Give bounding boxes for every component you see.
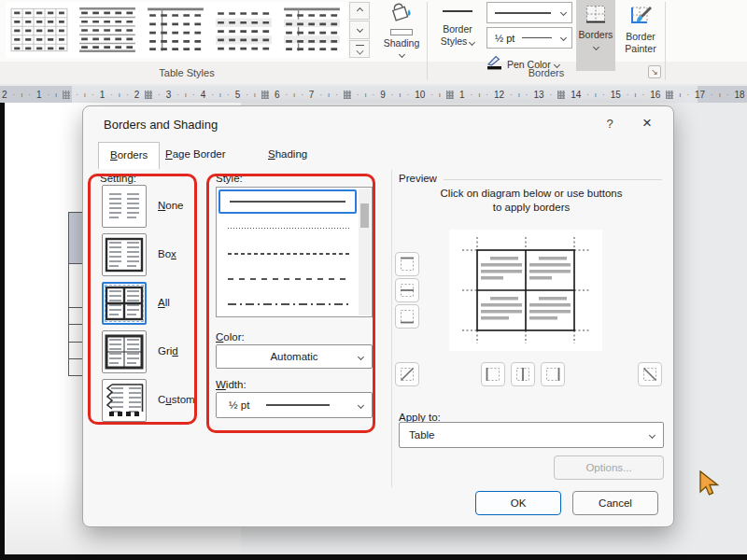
ruler-number: 1: [100, 90, 106, 100]
setting-box-icon: [104, 236, 145, 273]
setting-box-button[interactable]: [102, 233, 147, 276]
ruler-tick: ·: [285, 91, 288, 99]
ruler-tick: ·: [176, 91, 179, 99]
ruler-number: 13: [533, 90, 543, 100]
preview-diagram[interactable]: [449, 230, 602, 351]
setting-all-label[interactable]: All: [158, 297, 210, 308]
ruler-number: 1: [36, 90, 42, 100]
ruler-number: 9: [380, 90, 386, 100]
border-painter-button[interactable]: Border Painter: [616, 0, 665, 75]
style-item-dash-fine[interactable]: [217, 241, 372, 266]
setting-custom-icon: [104, 382, 145, 419]
diagonal-up-border-button[interactable]: [395, 362, 419, 386]
ruler-tick: ı: [254, 91, 256, 99]
ruler-table-marker: [557, 91, 565, 99]
dialog-title: Borders and Shading: [104, 118, 218, 132]
width-dropdown[interactable]: ½ pt: [216, 392, 373, 418]
color-value: Automatic: [270, 351, 317, 362]
style-item-solid[interactable]: [218, 189, 357, 214]
style-list-scrollbar[interactable]: [359, 189, 371, 315]
ruler-number: 10: [415, 90, 425, 100]
apply-to-dropdown[interactable]: Table: [399, 422, 664, 448]
style-item-dash-dot[interactable]: [217, 291, 372, 316]
tab-borders[interactable]: Borders: [98, 142, 160, 169]
inside-horizontal-border-button[interactable]: [395, 278, 419, 302]
right-border-button[interactable]: [541, 362, 565, 386]
chevron-down-icon: [649, 431, 655, 438]
table-style-thumbnail-lines[interactable]: [77, 6, 138, 54]
ruler-number: 15: [611, 90, 621, 100]
ruler-tick: ·: [126, 91, 129, 99]
ruler-number: 1: [459, 90, 465, 100]
borders-button[interactable]: Borders: [576, 0, 615, 71]
setting-grid-label[interactable]: Grid: [158, 345, 210, 357]
setting-none-label[interactable]: None: [158, 200, 210, 211]
ruler-number: 2: [134, 90, 140, 100]
cancel-button[interactable]: Cancel: [572, 491, 658, 515]
table-style-thumbnail-banded[interactable]: [213, 6, 275, 54]
ruler-tick: ·: [391, 91, 394, 99]
gallery-more-button[interactable]: [349, 40, 370, 58]
ruler-tick: ı: [439, 91, 441, 99]
borders-dialog-launcher[interactable]: ↘: [648, 65, 661, 78]
section-divider: [391, 170, 392, 487]
dialog-help-button[interactable]: ?: [599, 114, 621, 134]
ruler-tick: ·: [486, 91, 488, 99]
ruler-table-marker: [63, 91, 70, 99]
setting-grid-button[interactable]: [102, 330, 147, 373]
line-style-dropdown[interactable]: [486, 2, 572, 23]
horizontal-ruler[interactable]: 2·ı·1·ı·ı·1·ı·2·3·ı·4·ı·5·ı6·ı·7·ı··ı·9·…: [0, 86, 747, 103]
ruler-tick: ·: [550, 91, 553, 99]
shading-label: Shading: [384, 37, 420, 49]
style-item-dash[interactable]: [217, 266, 372, 291]
diagonal-down-border-button[interactable]: [638, 362, 662, 386]
ruler-tick: ·: [627, 91, 629, 99]
table-style-thumbnail-header-col[interactable]: [145, 6, 206, 54]
setting-box-label[interactable]: Box: [158, 248, 210, 259]
screenshot-left-edge: [0, 103, 5, 560]
top-border-button[interactable]: [395, 252, 419, 276]
left-border-button[interactable]: [481, 362, 505, 386]
ruler-number: 14: [571, 90, 581, 100]
color-dropdown[interactable]: Automatic: [216, 344, 373, 369]
chevron-down-icon: [358, 401, 364, 408]
scrollbar-thumb[interactable]: [360, 203, 369, 228]
ruler-tick: ·: [110, 91, 113, 99]
bottom-border-button[interactable]: [395, 304, 419, 329]
ruler-tick: ·: [28, 91, 31, 99]
ruler-table-marker: [446, 91, 454, 99]
dialog-close-button[interactable]: ×: [634, 112, 660, 134]
tab-shading[interactable]: Shading: [257, 142, 318, 167]
ruler-tick: ı: [293, 91, 295, 99]
setting-none-button[interactable]: [102, 185, 147, 228]
cancel-button-label: Cancel: [599, 497, 632, 509]
style-label: Style:: [216, 173, 243, 184]
ruler-tick: ·: [13, 91, 16, 99]
tab-page-border[interactable]: Page Border: [154, 142, 237, 167]
line-style-sample: [228, 303, 349, 305]
chevron-up-icon: [356, 7, 362, 14]
ruler-number: 12: [494, 90, 504, 100]
table-style-thumbnail-header-banded[interactable]: [281, 6, 343, 54]
setting-grid-icon: [104, 333, 145, 371]
options-button: Options...: [554, 455, 664, 480]
line-style-sample: [228, 228, 349, 229]
shading-button[interactable]: Shading: [377, 2, 426, 78]
ok-button[interactable]: OK: [475, 491, 561, 515]
setting-custom-button[interactable]: [102, 379, 147, 422]
setting-all-button[interactable]: [102, 282, 147, 325]
line-weight-value: ½ pt: [495, 33, 514, 44]
table-style-thumbnail-grid[interactable]: [8, 6, 70, 54]
inside-vertical-border-button[interactable]: [511, 362, 535, 386]
style-item-dotted[interactable]: [217, 216, 372, 241]
line-weight-dropdown[interactable]: ½ pt: [486, 27, 572, 49]
setting-custom-label[interactable]: Custom: [158, 394, 210, 405]
ruler-number: 4: [201, 90, 206, 100]
gallery-scroll-up-button[interactable]: [349, 2, 370, 20]
preview-hint: Click on diagram below or use buttons to…: [399, 187, 664, 215]
gallery-scroll-down-button[interactable]: [349, 21, 370, 38]
ribbon: Shading Border Styles ½ pt Pen Color: [0, 0, 747, 84]
ruler-tick: ·: [373, 91, 375, 99]
border-styles-label-2: Styles: [441, 35, 475, 48]
table-styles-group-label: Table Styles: [0, 67, 374, 78]
